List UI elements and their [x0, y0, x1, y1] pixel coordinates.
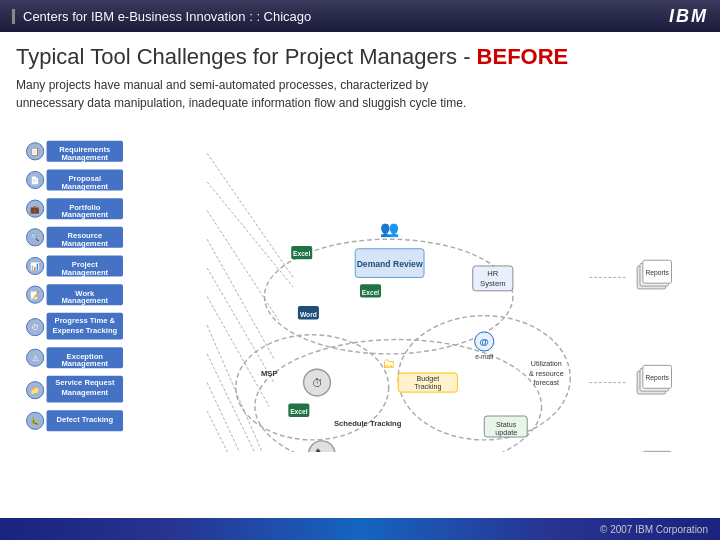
svg-line-9: [207, 268, 274, 383]
svg-text:Exception: Exception: [67, 352, 104, 361]
svg-text:Utilization: Utilization: [531, 360, 562, 368]
svg-point-118: [27, 257, 44, 274]
svg-point-3: [255, 340, 542, 452]
svg-point-116: [27, 200, 44, 217]
svg-point-120: [27, 319, 44, 336]
main-content: Typical Tool Challenges for Project Mana…: [0, 32, 720, 518]
svg-text:Work: Work: [75, 289, 95, 298]
svg-text:Status: Status: [496, 421, 517, 429]
svg-rect-100: [47, 284, 123, 305]
svg-rect-23: [360, 284, 381, 297]
svg-point-114: [27, 143, 44, 160]
ibm-logo: IBM: [669, 6, 708, 27]
svg-text:🗂: 🗂: [382, 356, 395, 371]
svg-text:Defect Tracking: Defect Tracking: [56, 415, 113, 424]
svg-text:Demand Review: Demand Review: [357, 259, 423, 269]
svg-text:Budget: Budget: [417, 375, 440, 383]
svg-text:Portfolio: Portfolio: [69, 203, 101, 212]
svg-text:Expense Tracking: Expense Tracking: [52, 326, 117, 335]
svg-rect-37: [398, 373, 457, 392]
svg-rect-19: [355, 249, 424, 278]
svg-line-13: [207, 383, 274, 452]
svg-rect-88: [47, 169, 123, 190]
svg-text:Management: Management: [61, 388, 108, 397]
svg-point-134: [304, 369, 331, 396]
svg-point-115: [27, 171, 44, 188]
header-title: Centers for IBM e-Business Innovation : …: [12, 9, 311, 24]
svg-text:update: update: [495, 429, 517, 437]
svg-point-0: [264, 239, 512, 354]
subtitle: Many projects have manual and semi-autom…: [16, 76, 704, 112]
svg-text:📞: 📞: [315, 448, 330, 452]
svg-text:⏱: ⏱: [31, 323, 39, 332]
svg-text:📝: 📝: [30, 290, 40, 300]
svg-line-12: [207, 354, 274, 452]
svg-line-10: [207, 297, 269, 407]
svg-rect-25: [298, 306, 319, 319]
subtitle-line1: Many projects have manual and semi-autom…: [16, 78, 428, 92]
svg-text:Word: Word: [300, 311, 317, 318]
svg-line-6: [207, 182, 293, 287]
svg-text:Project: Project: [72, 260, 98, 269]
svg-text:System: System: [480, 279, 505, 288]
svg-text:💼: 💼: [30, 204, 40, 214]
svg-text:⚠: ⚠: [32, 354, 39, 363]
svg-text:📄: 📄: [30, 175, 40, 185]
svg-text:MSP: MSP: [261, 369, 278, 378]
svg-text:Management: Management: [61, 359, 108, 368]
svg-point-117: [27, 229, 44, 246]
svg-text:Management: Management: [61, 182, 108, 191]
svg-point-121: [27, 349, 44, 366]
svg-text:Resource: Resource: [67, 231, 102, 240]
svg-rect-71: [643, 260, 672, 283]
svg-text:e-mail: e-mail: [475, 353, 494, 360]
svg-line-5: [207, 153, 293, 277]
svg-point-2: [398, 316, 570, 440]
svg-text:🔍: 🔍: [30, 232, 40, 242]
svg-text:Service Request: Service Request: [55, 378, 115, 387]
svg-line-11: [207, 325, 269, 452]
svg-point-119: [27, 286, 44, 303]
svg-text:@: @: [480, 336, 489, 347]
svg-text:Progress Time &: Progress Time &: [55, 316, 116, 325]
svg-point-136: [308, 441, 335, 452]
svg-text:⏱: ⏱: [312, 377, 323, 389]
before-label: BEFORE: [477, 44, 569, 69]
svg-text:Reports: Reports: [645, 374, 669, 382]
svg-text:Management: Management: [61, 210, 108, 219]
svg-line-14: [207, 411, 269, 452]
svg-text:Management: Management: [61, 153, 108, 162]
bottom-bar: © 2007 IBM Corporation: [0, 518, 720, 540]
svg-rect-85: [47, 141, 123, 162]
svg-text:Management: Management: [61, 296, 108, 305]
svg-text:Requirements: Requirements: [59, 145, 110, 154]
svg-point-123: [27, 412, 44, 429]
svg-text:📁: 📁: [30, 385, 40, 395]
svg-text:🐛: 🐛: [30, 416, 40, 426]
diagram-area: Demand Review Excel Excel Word HR System…: [16, 122, 704, 452]
svg-line-8: [207, 239, 274, 358]
svg-rect-69: [637, 266, 666, 289]
svg-text:Schedule Tracking: Schedule Tracking: [334, 419, 402, 428]
svg-text:📋: 📋: [30, 146, 40, 156]
svg-rect-75: [643, 365, 672, 388]
svg-text:📊: 📊: [30, 261, 40, 271]
svg-text:Management: Management: [61, 239, 108, 248]
svg-point-122: [27, 382, 44, 399]
svg-rect-91: [47, 198, 123, 219]
svg-rect-73: [637, 371, 666, 394]
svg-text:HR: HR: [487, 269, 499, 278]
svg-rect-43: [484, 416, 527, 437]
subtitle-line2: unnecessary data manipulation, inadequat…: [16, 96, 466, 110]
svg-text:Proposal: Proposal: [68, 174, 101, 183]
svg-point-30: [475, 332, 494, 351]
page-title: Typical Tool Challenges for Project Mana…: [16, 44, 704, 70]
svg-rect-70: [640, 263, 669, 286]
svg-text:forecast: forecast: [534, 379, 559, 387]
svg-rect-94: [47, 227, 123, 248]
svg-rect-109: [47, 376, 123, 403]
svg-rect-79: [643, 451, 672, 452]
svg-rect-103: [47, 313, 123, 340]
svg-text:Management: Management: [61, 268, 108, 277]
copyright-text: © 2007 IBM Corporation: [600, 524, 708, 535]
